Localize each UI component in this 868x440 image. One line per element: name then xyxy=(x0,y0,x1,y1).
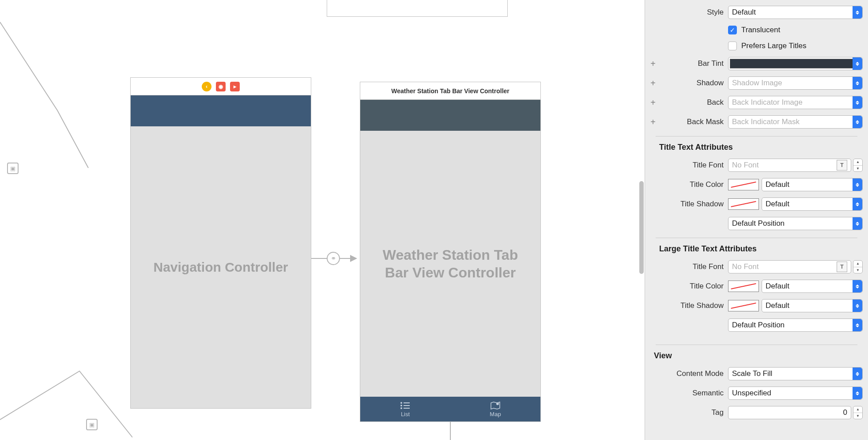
large-color-well[interactable] xyxy=(728,281,759,292)
segue-line-incoming-bottom xyxy=(0,309,132,440)
large-color-label: Title Color xyxy=(661,282,728,291)
add-button-bartint[interactable]: + xyxy=(645,59,661,69)
large-font-label: Title Font xyxy=(661,262,728,271)
title-font-stepper[interactable]: ▲▼ xyxy=(853,159,863,172)
semantic-value: Unspecified xyxy=(732,389,771,398)
svg-marker-1 xyxy=(350,255,357,262)
svg-rect-3 xyxy=(404,402,410,403)
chevron-down-icon xyxy=(853,387,862,399)
tab-label-map: Map xyxy=(490,411,501,417)
tab-bar[interactable]: List Map xyxy=(360,397,540,421)
tag-field[interactable]: 0 xyxy=(728,406,851,419)
segue-line-down xyxy=(448,422,453,440)
chevron-down-icon xyxy=(853,280,862,292)
svg-point-2 xyxy=(400,402,402,404)
back-mask-popup[interactable]: Back Indicator Mask xyxy=(728,115,863,129)
segue-line-incoming-top xyxy=(0,0,132,221)
semantic-label: Semantic xyxy=(661,389,728,398)
content-mode-popup[interactable]: Scale To Fill xyxy=(728,367,863,380)
prefers-large-titles-label: Prefers Large Titles xyxy=(741,42,806,50)
font-picker-icon[interactable]: T xyxy=(837,160,847,171)
segue-relationship-icon[interactable]: ⚭ xyxy=(327,252,340,265)
tabbar-scene-title: Weather Station Tab Bar View Controller xyxy=(369,246,532,281)
chevron-down-icon xyxy=(853,217,862,230)
large-font-placeholder: No Font xyxy=(732,262,759,271)
title-font-label: Title Font xyxy=(661,161,728,170)
tabbar-controller-scene[interactable]: Weather Station Tab Bar View Controller … xyxy=(360,82,541,422)
content-mode-value: Scale To Fill xyxy=(732,369,772,378)
add-button-shadow[interactable]: + xyxy=(645,78,661,88)
svg-point-4 xyxy=(400,405,402,406)
section-title-text-attrs: Title Text Attributes xyxy=(645,137,868,156)
tag-value: 0 xyxy=(843,408,847,417)
style-value: Default xyxy=(732,8,756,17)
chevron-down-icon xyxy=(853,96,862,109)
tag-stepper[interactable]: ▲▼ xyxy=(853,406,863,419)
back-popup[interactable]: Back Indicator Image xyxy=(728,96,863,109)
title-shadow-popup[interactable]: Default xyxy=(762,197,863,211)
bar-tint-popup[interactable] xyxy=(728,57,863,70)
shadow-label: Shadow xyxy=(661,79,728,87)
title-shadow-position-value: Default Position xyxy=(732,219,785,228)
chevron-down-icon xyxy=(853,57,862,70)
bar-tint-label: Bar Tint xyxy=(661,59,728,68)
tab-label-list: List xyxy=(401,411,410,417)
shadow-placeholder: Shadow Image xyxy=(732,79,782,87)
large-font-stepper[interactable]: ▲▼ xyxy=(853,260,863,273)
canvas-scroll-indicator[interactable] xyxy=(639,181,644,274)
list-icon xyxy=(400,401,411,410)
large-shadow-position-popup[interactable]: Default Position xyxy=(728,319,863,332)
title-color-label: Title Color xyxy=(661,180,728,189)
back-placeholder: Back Indicator Image xyxy=(732,98,803,107)
large-shadow-popup[interactable]: Default xyxy=(762,299,863,312)
title-shadow-position-popup[interactable]: Default Position xyxy=(728,217,863,230)
svg-point-6 xyxy=(400,407,402,409)
title-color-value: Default xyxy=(766,180,789,189)
add-button-back[interactable]: + xyxy=(645,98,661,108)
nav-scene-title: Navigation Controller xyxy=(153,260,288,275)
scene-header-tabbar[interactable]: Weather Station Tab Bar View Controller xyxy=(360,82,540,100)
exit-icon: ▸ xyxy=(230,82,240,91)
title-shadow-well[interactable] xyxy=(728,198,759,210)
title-shadow-label: Title Shadow xyxy=(661,200,728,209)
chevron-down-icon xyxy=(853,198,862,210)
large-shadow-well[interactable] xyxy=(728,300,759,311)
translucent-checkbox[interactable]: ✓ xyxy=(728,26,737,34)
large-font-field[interactable]: No Font T xyxy=(728,260,851,273)
tab-item-list[interactable]: List xyxy=(360,397,450,421)
segue-connector-bottom[interactable]: ▣ xyxy=(86,419,98,430)
section-view: View xyxy=(645,345,868,364)
back-label: Back xyxy=(661,98,728,107)
segue-connector-top[interactable]: ▣ xyxy=(7,163,19,174)
chevron-down-icon xyxy=(853,116,862,128)
scene-header-nav[interactable]: ‹ ◉ ▸ xyxy=(131,78,311,95)
title-font-field[interactable]: No Font T xyxy=(728,159,851,172)
prefers-large-titles-checkbox[interactable] xyxy=(728,42,737,50)
nav-scene-body: Navigation Controller xyxy=(131,126,311,408)
tabbar-scene-body: Weather Station Tab Bar View Controller xyxy=(360,131,540,397)
vc-icon: ‹ xyxy=(202,82,211,91)
large-color-value: Default xyxy=(766,282,789,291)
svg-point-8 xyxy=(496,402,499,405)
section-large-title-attrs: Large Title Text Attributes xyxy=(645,238,868,257)
attributes-inspector: Style Default ✓ Translucent Prefers Larg… xyxy=(645,0,868,440)
tabbar-scene-header-title: Weather Station Tab Bar View Controller xyxy=(391,87,509,95)
semantic-popup[interactable]: Unspecified xyxy=(728,387,863,400)
nav-controller-scene[interactable]: ‹ ◉ ▸ Navigation Controller xyxy=(130,77,311,409)
tab-item-map[interactable]: Map xyxy=(450,397,540,421)
nav-bar-preview[interactable] xyxy=(131,95,311,126)
title-color-well[interactable] xyxy=(728,179,759,190)
tabbar-navbar-preview[interactable] xyxy=(360,100,540,131)
shadow-popup[interactable]: Shadow Image xyxy=(728,76,863,90)
title-color-popup[interactable]: Default xyxy=(762,178,863,191)
tag-label: Tag xyxy=(661,408,728,417)
storyboard-canvas[interactable]: ▣ ▣ ‹ ◉ ▸ Navigation Controller ⚭ Weathe… xyxy=(0,0,645,440)
content-mode-label: Content Mode xyxy=(661,369,728,378)
large-shadow-value: Default xyxy=(766,301,789,310)
add-button-backmask[interactable]: + xyxy=(645,117,661,127)
style-popup[interactable]: Default xyxy=(728,6,863,19)
style-label: Style xyxy=(661,8,728,17)
font-picker-icon[interactable]: T xyxy=(837,262,847,272)
large-color-popup[interactable]: Default xyxy=(762,280,863,293)
first-responder-icon: ◉ xyxy=(216,82,226,91)
